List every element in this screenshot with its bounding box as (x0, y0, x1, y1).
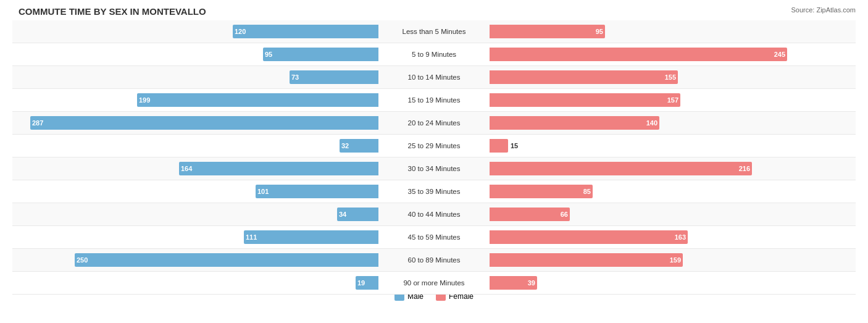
right-section: 95 (434, 20, 856, 43)
left-section: 32 (12, 135, 434, 157)
right-section: 85 (434, 180, 856, 203)
label-center: 35 to 39 Minutes (378, 188, 490, 195)
bar-female: 163 (490, 230, 688, 244)
left-section: 120 (12, 20, 434, 43)
bar-male: 95 (263, 48, 378, 61)
female-value: 39 (528, 279, 535, 287)
right-section: 245 (434, 43, 856, 65)
chart-title: COMMUTE TIME BY SEX IN MONTEVALLO (12, 6, 856, 17)
label-center: Less than 5 Minutes (378, 28, 490, 35)
female-value: 157 (667, 96, 678, 104)
bar-male: 32 (340, 139, 378, 153)
label-center: 5 to 9 Minutes (378, 51, 490, 58)
female-value: 140 (646, 119, 657, 127)
bar-female: 159 (490, 253, 683, 267)
bar-female: 140 (490, 116, 659, 130)
table-row: 199 15 to 19 Minutes 157 (12, 89, 856, 112)
female-value: 95 (596, 28, 603, 35)
left-section: 95 (12, 43, 434, 65)
label-center: 45 to 59 Minutes (378, 233, 490, 241)
right-section: 39 (434, 272, 856, 294)
table-row: 19 90 or more Minutes 39 (12, 272, 856, 295)
bar-female: 155 (490, 70, 678, 84)
label-center: 40 to 44 Minutes (378, 211, 490, 218)
female-value: 159 (670, 256, 681, 264)
right-section: 216 (434, 157, 856, 180)
right-section: 157 (434, 89, 856, 111)
male-value: 164 (181, 165, 192, 172)
male-value: 287 (32, 119, 43, 127)
left-section: 34 (12, 203, 434, 225)
male-value: 250 (77, 256, 88, 264)
male-value: 95 (265, 51, 272, 58)
bar-female: 245 (490, 48, 787, 61)
bar-female: 85 (490, 185, 593, 198)
left-section: 73 (12, 66, 434, 88)
right-section: 159 (434, 249, 856, 271)
bar-male: 34 (337, 208, 378, 221)
table-row: 32 25 to 29 Minutes 15 (12, 135, 856, 157)
label-center: 30 to 34 Minutes (378, 165, 490, 172)
bar-male: 101 (256, 185, 378, 198)
female-value: 66 (561, 211, 568, 218)
table-row: 95 5 to 9 Minutes 245 (12, 43, 856, 66)
male-value: 32 (341, 142, 349, 149)
chart-container: COMMUTE TIME BY SEX IN MONTEVALLO Source… (0, 0, 868, 323)
left-section: 19 (12, 272, 434, 294)
table-row: 164 30 to 34 Minutes 216 (12, 157, 856, 180)
male-value: 101 (257, 188, 269, 195)
table-row: 250 60 to 89 Minutes 159 (12, 249, 856, 272)
bar-male: 287 (30, 116, 378, 130)
bar-male: 199 (137, 93, 378, 107)
bar-male: 120 (233, 25, 378, 38)
female-value: 155 (665, 73, 676, 81)
female-value: 245 (774, 51, 785, 58)
male-value: 34 (339, 211, 346, 218)
female-value: 216 (739, 165, 750, 172)
bar-male: 250 (75, 253, 378, 267)
bar-female: 66 (490, 208, 570, 221)
right-section: 163 (434, 226, 856, 248)
bar-female (490, 139, 508, 153)
bar-male: 164 (179, 162, 378, 175)
right-section: 155 (434, 66, 856, 88)
bar-female: 39 (490, 276, 537, 290)
male-value: 199 (139, 96, 150, 104)
table-row: 120 Less than 5 Minutes 95 (12, 20, 856, 43)
female-value-outside: 15 (511, 142, 518, 149)
left-section: 164 (12, 157, 434, 180)
label-center: 60 to 89 Minutes (378, 256, 490, 264)
bar-male: 19 (356, 276, 378, 290)
label-center: 25 to 29 Minutes (378, 142, 490, 149)
right-section: 140 (434, 112, 856, 134)
female-value: 85 (583, 188, 591, 195)
label-center: 90 or more Minutes (378, 279, 490, 287)
bar-female: 95 (490, 25, 605, 38)
chart-area: 120 Less than 5 Minutes 95 95 5 to 9 Min… (12, 20, 856, 280)
left-section: 250 (12, 249, 434, 271)
left-section: 287 (12, 112, 434, 134)
left-section: 111 (12, 226, 434, 248)
male-value: 111 (246, 233, 257, 241)
left-section: 199 (12, 89, 434, 111)
bar-male: 111 (244, 230, 378, 244)
bar-female: 216 (490, 162, 752, 175)
bar-male: 73 (290, 70, 378, 84)
bar-female: 157 (490, 93, 680, 107)
male-value: 19 (357, 279, 365, 287)
table-row: 101 35 to 39 Minutes 85 (12, 180, 856, 203)
label-center: 15 to 19 Minutes (378, 96, 490, 104)
female-value: 163 (675, 233, 686, 241)
left-section: 101 (12, 180, 434, 203)
right-section: 66 (434, 203, 856, 225)
male-value: 120 (235, 28, 246, 35)
table-row: 73 10 to 14 Minutes 155 (12, 66, 856, 89)
table-row: 34 40 to 44 Minutes 66 (12, 203, 856, 226)
source-text: Source: ZipAtlas.com (791, 6, 856, 14)
table-row: 111 45 to 59 Minutes 163 (12, 226, 856, 249)
label-center: 20 to 24 Minutes (378, 119, 490, 127)
label-center: 10 to 14 Minutes (378, 73, 490, 81)
table-row: 287 20 to 24 Minutes 140 (12, 112, 856, 135)
right-section: 15 (434, 135, 856, 157)
male-value: 73 (291, 73, 299, 81)
